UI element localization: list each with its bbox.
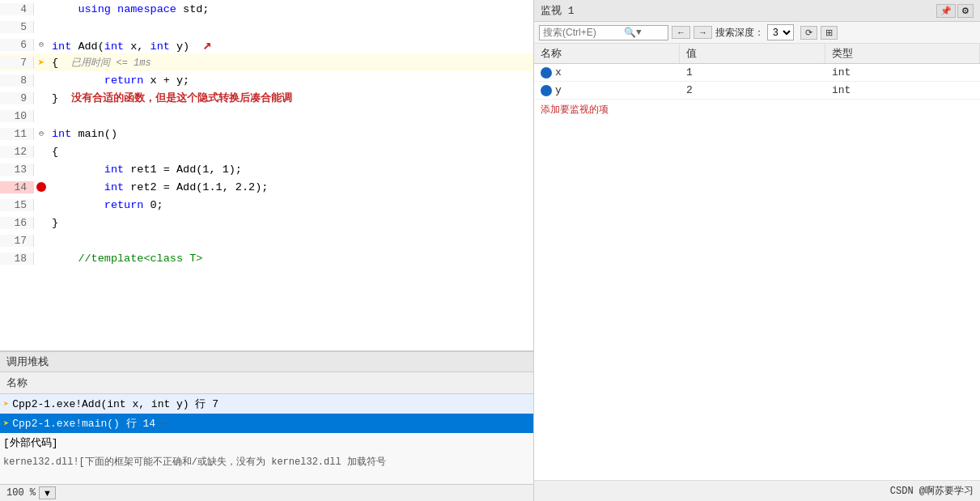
callstack-col-headers: 名称: [0, 372, 533, 394]
search-input[interactable]: [543, 27, 624, 38]
line-num-10: 10: [0, 110, 34, 122]
line-num-8: 8: [0, 74, 34, 87]
callstack-row-3[interactable]: [外部代码]: [0, 433, 533, 452]
search-box[interactable]: 🔍 ▼: [539, 25, 668, 40]
breakpoint-14: [36, 182, 46, 192]
line-content-16: }: [49, 217, 533, 229]
callstack-panel: 调用堆栈 名称 ➤ Cpp2-1.exe!Add(int x, int y) 行…: [0, 350, 533, 484]
line-num-13: 13: [0, 163, 34, 176]
code-editor: 4 using namespace std; 5 6 ⊖ int Add(int…: [0, 0, 533, 350]
watch-panel: 监视 1 📌 ⚙ 🔍 ▼ ← → 搜索深度： 3 1 2 4 5 ⟳: [534, 0, 980, 501]
watch-cell-type-x: int: [825, 65, 980, 80]
line-num-18: 18: [0, 253, 34, 265]
col-header-name: 名称: [534, 44, 680, 63]
code-line-10: 10: [0, 107, 533, 125]
search-icon: 🔍: [624, 27, 636, 39]
watch-row-x[interactable]: x 1 int: [534, 64, 980, 82]
line-content-15: return 0;: [49, 199, 533, 211]
watch-cell-name-x: x: [534, 65, 680, 80]
gutter-14: [34, 182, 49, 192]
callstack-name-1: Cpp2-1.exe!Add(int x, int y) 行 7: [12, 397, 218, 411]
watch-expand-btn[interactable]: ⊞: [821, 26, 838, 40]
line-content-7: { 已用时间 <= 1ms: [49, 56, 533, 70]
watch-cell-value-y: 2: [680, 83, 825, 98]
callstack-row-1[interactable]: ➤ Cpp2-1.exe!Add(int x, int y) 行 7: [0, 394, 533, 414]
code-line-13: 13 int ret1 = Add(1, 1);: [0, 160, 533, 178]
code-line-6: 6 ⊖ int Add(int x, int y) ↗: [0, 36, 533, 53]
line-num-14: 14: [0, 181, 34, 193]
watch-pin-btn[interactable]: 📌: [936, 4, 956, 18]
col-header-value: 值: [680, 44, 825, 63]
search-dropdown-icon[interactable]: ▼: [636, 28, 642, 37]
watch-bottom-area: [534, 262, 980, 481]
callstack-name-4: kernel32.dll![下面的框架可能不正确和/或缺失，没有为 kernel…: [3, 455, 386, 469]
code-line-14: 14 int ret2 = Add(1.1, 2.2);: [0, 178, 533, 196]
line-num-12: 12: [0, 146, 34, 158]
line-num-7: 7: [0, 57, 34, 69]
nav-back-btn[interactable]: ←: [672, 26, 690, 39]
watch-row-y[interactable]: y 2 int: [534, 82, 980, 100]
line-content-14: int ret2 = Add(1.1, 2.2);: [49, 181, 533, 193]
line-content-9: } 没有合适的函数，但是这个隐式转换后凑合能调: [49, 91, 533, 105]
watch-title: 监视 1: [541, 3, 575, 18]
search-depth-select[interactable]: 3 1 2 4 5: [767, 24, 794, 40]
callstack-col-name: 名称: [0, 374, 34, 392]
line-content-12: {: [49, 146, 533, 158]
line-num-4: 4: [0, 3, 34, 15]
callstack-row-4[interactable]: kernel32.dll![下面的框架可能不正确和/或缺失，没有为 kernel…: [0, 452, 533, 471]
nav-fwd-btn[interactable]: →: [694, 26, 712, 39]
watch-cell-value-x: 1: [680, 65, 825, 80]
watch-header-controls: 📌 ⚙: [936, 4, 974, 18]
line-num-9: 9: [0, 92, 34, 104]
var-icon-x: [541, 67, 552, 79]
line-num-6: 6: [0, 39, 34, 51]
callstack-title: 调用堆栈: [6, 356, 49, 368]
code-line-5: 5: [0, 18, 533, 36]
watch-settings-btn[interactable]: ⚙: [957, 4, 974, 18]
callstack-header: 调用堆栈: [0, 352, 533, 372]
code-line-4: 4 using namespace std;: [0, 0, 533, 18]
line-content-13: int ret1 = Add(1, 1);: [49, 163, 533, 176]
line-num-17: 17: [0, 235, 34, 247]
zoom-dropdown-button[interactable]: ▼: [39, 486, 56, 499]
code-line-9: 9 } 没有合适的函数，但是这个隐式转换后凑合能调: [0, 89, 533, 107]
line-content-6: int Add(int x, int y) ↗: [49, 36, 533, 53]
code-panel: 4 using namespace std; 5 6 ⊖ int Add(int…: [0, 0, 534, 501]
gutter-11: ⊖: [34, 129, 49, 138]
code-line-17: 17: [0, 231, 533, 249]
credit-text: CSDN @啊苏要学习: [890, 486, 974, 497]
line-content-18: //template<class T>: [49, 253, 533, 265]
footer-credit: CSDN @啊苏要学习: [534, 480, 980, 501]
code-line-18: 18 //template<class T>: [0, 249, 533, 267]
add-watch-row[interactable]: 添加要监视的项: [534, 100, 980, 120]
line-num-16: 16: [0, 217, 34, 229]
code-line-16: 16 }: [0, 214, 533, 231]
code-line-7: 7 ➤ { 已用时间 <= 1ms: [0, 53, 533, 71]
callstack-arrow-1: ➤: [3, 398, 9, 410]
line-num-15: 15: [0, 199, 34, 211]
line-num-5: 5: [0, 21, 34, 33]
watch-col-headers: 名称 值 类型: [534, 44, 980, 64]
callstack-row-2[interactable]: ➤ Cpp2-1.exe!main() 行 14 ←: [0, 414, 533, 433]
collapse-icon-6[interactable]: ⊖: [39, 40, 44, 49]
gutter-6: ⊖: [34, 40, 49, 49]
current-line-arrow: ➤: [38, 56, 45, 70]
collapse-icon-11[interactable]: ⊖: [39, 129, 44, 138]
watch-table: 名称 值 类型 x 1 int y 2 int: [534, 44, 980, 262]
zoom-value: 100 %: [6, 487, 36, 499]
col-header-type: 类型: [825, 44, 980, 63]
line-num-11: 11: [0, 128, 34, 140]
search-depth-label: 搜索深度：: [715, 26, 764, 40]
callstack-name-2: Cpp2-1.exe!main() 行 14: [12, 416, 155, 431]
line-content-11: int main(): [49, 128, 533, 140]
code-line-11: 11 ⊖ int main(): [0, 125, 533, 142]
zoom-control: 100 % ▼: [6, 486, 56, 499]
callstack-arrow-2: ➤: [3, 418, 9, 430]
line-content-8: return x + y;: [49, 74, 533, 87]
watch-var-name-y: y: [555, 84, 562, 96]
watch-cell-type-y: int: [825, 83, 980, 98]
watch-toolbar: 🔍 ▼ ← → 搜索深度： 3 1 2 4 5 ⟳ ⊞: [534, 22, 980, 44]
watch-refresh-btn[interactable]: ⟳: [800, 26, 817, 40]
callstack-name-3: [外部代码]: [3, 435, 58, 450]
watch-cell-name-y: y: [534, 83, 680, 98]
